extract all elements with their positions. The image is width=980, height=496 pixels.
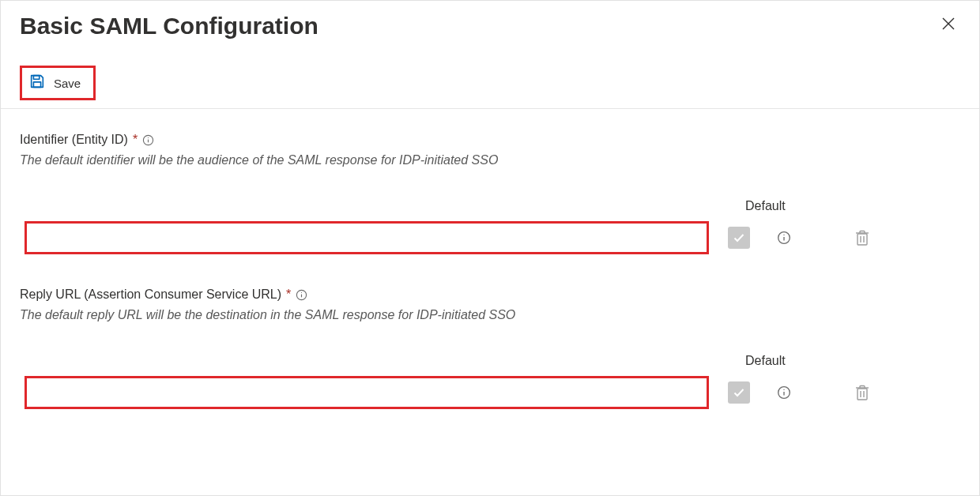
identifier-info-icon[interactable]: [142, 134, 154, 146]
reply-url-input-wrap: [24, 376, 709, 409]
save-button[interactable]: Save: [20, 66, 96, 100]
page-title: Basic SAML Configuration: [20, 12, 318, 40]
reply-url-default-header: Default: [20, 354, 960, 368]
svg-rect-10: [858, 234, 867, 245]
reply-url-input-row: [20, 376, 960, 409]
reply-url-input[interactable]: [27, 378, 707, 407]
config-panel: Basic SAML Configuration Save I: [0, 0, 980, 496]
svg-point-6: [148, 137, 149, 137]
identifier-row-info-button[interactable]: [774, 227, 794, 248]
form-area: Identifier (Entity ID) * The default ide…: [1, 109, 979, 409]
identifier-default-checkbox[interactable]: [728, 227, 750, 249]
reply-url-label: Reply URL (Assertion Consumer Service UR…: [20, 287, 281, 302]
identifier-controls: [728, 226, 873, 250]
close-button[interactable]: [937, 12, 960, 36]
reply-url-default-checkbox[interactable]: [728, 381, 750, 404]
reply-url-row-info-button[interactable]: [774, 382, 794, 403]
toolbar: Save: [1, 40, 979, 109]
svg-rect-3: [33, 82, 40, 87]
save-icon: [28, 73, 46, 93]
info-icon: [777, 385, 791, 400]
identifier-delete-button[interactable]: [851, 226, 873, 250]
identifier-description: The default identifier will be the audie…: [20, 153, 960, 167]
identifier-label: Identifier (Entity ID): [20, 133, 128, 147]
reply-url-description: The default reply URL will be the destin…: [20, 308, 960, 322]
trash-icon: [854, 384, 870, 401]
info-icon: [777, 231, 791, 245]
reply-url-required-mark: *: [286, 287, 291, 302]
check-icon: [732, 231, 746, 245]
close-icon: [941, 17, 956, 31]
identifier-section: Identifier (Entity ID) * The default ide…: [20, 133, 960, 254]
check-icon: [732, 385, 746, 400]
reply-url-info-icon[interactable]: [296, 289, 307, 301]
identifier-input-row: [20, 221, 960, 254]
save-button-label: Save: [54, 77, 81, 90]
identifier-input[interactable]: [27, 224, 707, 252]
identifier-default-header: Default: [20, 199, 960, 213]
svg-rect-20: [858, 389, 867, 400]
reply-url-label-row: Reply URL (Assertion Consumer Service UR…: [20, 287, 960, 302]
reply-url-delete-button[interactable]: [851, 381, 873, 404]
svg-point-19: [783, 389, 784, 390]
identifier-input-wrap: [24, 221, 709, 254]
reply-url-controls: [728, 381, 873, 404]
identifier-label-row: Identifier (Entity ID) *: [20, 133, 960, 147]
identifier-required-mark: *: [133, 133, 138, 147]
reply-url-section: Reply URL (Assertion Consumer Service UR…: [20, 287, 960, 409]
trash-icon: [854, 229, 870, 246]
info-icon: [142, 134, 154, 146]
panel-header: Basic SAML Configuration: [1, 1, 979, 40]
info-icon: [296, 289, 307, 301]
svg-rect-2: [33, 76, 39, 80]
svg-point-9: [783, 235, 784, 235]
svg-point-16: [301, 291, 302, 292]
